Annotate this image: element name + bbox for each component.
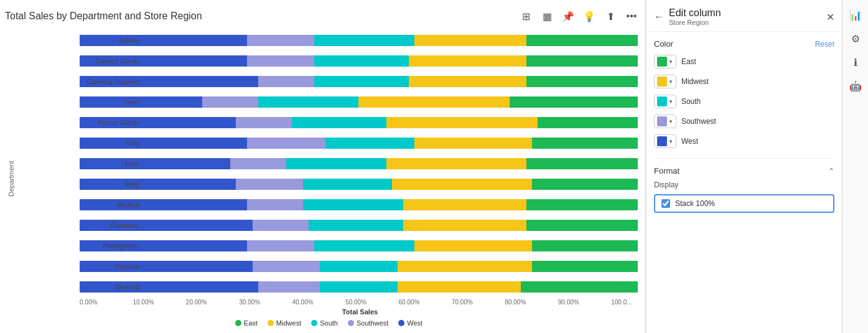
toolbar: ⊞ ▦ 📌 💡 ⬆ ••• [517, 7, 640, 25]
bar-label: Bakery [20, 37, 139, 44]
bar-container [80, 55, 638, 67]
chart-area: Department BakeryCanned GoodsCleaning Su… [5, 30, 640, 328]
chart-content: BakeryCanned GoodsCleaning SuppliesDairy… [17, 30, 640, 328]
robot-icon[interactable]: 🤖 [846, 76, 866, 96]
x-tick: 30.00% [239, 299, 292, 306]
south-segment [314, 35, 414, 46]
reset-button[interactable]: Reset [815, 40, 834, 49]
bar-row: Meat [80, 177, 638, 191]
info-icon[interactable]: ℹ [846, 52, 866, 72]
color-swatch [657, 136, 667, 146]
bar-label: Dairy [20, 98, 139, 106]
side-toolbar: 📊 ⚙ ℹ 🤖 [842, 0, 868, 333]
south-segment [303, 199, 403, 210]
southwest-segment [236, 179, 303, 190]
color-item-label: Midwest [681, 77, 709, 86]
bar-row: Frozen Goods [80, 116, 638, 129]
panel-body: Color Reset ▼East▼Midwest▼South▼Southwes… [646, 32, 842, 333]
close-button[interactable]: ✕ [826, 11, 834, 23]
panel-title-group: Edit column Store Region [669, 7, 821, 26]
chevron-down-icon: ▼ [668, 59, 673, 65]
color-section-header: Color Reset [654, 39, 834, 49]
color-item-label: Southwest [681, 117, 716, 126]
south-segment [325, 138, 415, 149]
x-axis-title: Total Sales [17, 306, 640, 317]
color-swatch-button[interactable]: ▼ [654, 95, 676, 108]
stack100-checkbox[interactable] [661, 199, 670, 208]
color-swatch [657, 77, 667, 87]
color-swatch-button[interactable]: ▼ [654, 75, 676, 88]
export-icon[interactable]: ⬆ [602, 7, 619, 25]
legend-label: Southwest [357, 319, 388, 327]
legend-dot [398, 320, 404, 326]
midwest-segment [386, 158, 526, 169]
color-item-label: South [681, 97, 701, 106]
x-tick: 100.0... [611, 299, 638, 306]
color-row: ▼South [654, 95, 834, 108]
legend: EastMidwestSouthSouthwestWest [17, 317, 640, 328]
bar-label: Medical [20, 201, 139, 209]
south-segment [292, 117, 386, 128]
chevron-up-icon: ⌃ [828, 167, 834, 176]
color-row: ▼Midwest [654, 75, 834, 88]
legend-item: South [311, 319, 338, 327]
south-segment [309, 220, 403, 231]
southwest-segment [247, 199, 303, 210]
midwest-segment [386, 117, 537, 128]
back-button[interactable]: ← [654, 11, 664, 22]
bar-label: Meat [20, 181, 139, 188]
bar-container [80, 281, 638, 293]
bar-row: Bakery [80, 34, 638, 47]
right-panel: ← Edit column Store Region ✕ Color Reset… [646, 0, 842, 333]
legend-item: West [398, 319, 422, 327]
settings-icon[interactable]: ⚙ [846, 29, 866, 49]
color-item-label: East [681, 57, 696, 66]
color-swatch-button[interactable]: ▼ [654, 115, 676, 128]
bar-container [80, 76, 638, 87]
legend-item: Southwest [348, 319, 388, 327]
x-tick: 0.00% [80, 299, 133, 306]
east-segment [526, 55, 638, 67]
legend-label: West [407, 319, 422, 327]
south-segment [320, 281, 398, 293]
lightbulb-icon[interactable]: 💡 [581, 7, 598, 25]
color-row: ▼Southwest [654, 115, 834, 128]
color-rows: ▼East▼Midwest▼South▼Southwest▼West [654, 55, 834, 148]
south-segment [286, 158, 386, 169]
format-header[interactable]: Format ⌃ [654, 166, 834, 176]
southwest-segment [258, 76, 314, 87]
panel-title: Edit column [669, 7, 821, 19]
bar-chart-icon[interactable]: 📊 [846, 5, 866, 25]
east-segment [510, 96, 638, 108]
x-axis: 0.00%10.00%20.00%30.00%40.00%50.00%60.00… [17, 299, 640, 306]
east-segment [526, 199, 638, 210]
bar-row: Produce [80, 260, 638, 273]
legend-dot [268, 320, 274, 326]
chevron-down-icon: ▼ [668, 99, 673, 105]
color-swatch-button[interactable]: ▼ [654, 134, 676, 148]
southwest-segment [247, 35, 314, 46]
east-segment [526, 35, 638, 46]
stack100-checkbox-row[interactable]: Stack 100% [654, 194, 834, 213]
southwest-segment [253, 261, 320, 272]
bar-container [80, 220, 638, 231]
east-segment [532, 240, 638, 251]
bar-label: Gifts [20, 139, 139, 147]
x-tick: 60.00% [399, 299, 452, 306]
southwest-segment [247, 55, 314, 67]
bar-container [80, 96, 638, 108]
grid-icon[interactable]: ⊞ [517, 7, 534, 25]
color-section-title: Color [654, 39, 673, 49]
color-swatch-button[interactable]: ▼ [654, 55, 676, 68]
south-segment [258, 96, 358, 108]
legend-dot [235, 320, 241, 326]
column-icon[interactable]: ▦ [538, 7, 556, 25]
panel-subtitle: Store Region [669, 19, 821, 26]
chevron-down-icon: ▼ [668, 139, 673, 144]
south-segment [314, 240, 414, 251]
x-tick: 50.00% [345, 299, 398, 306]
east-segment [532, 261, 638, 272]
pin-icon[interactable]: 📌 [559, 7, 577, 25]
bar-container [80, 240, 638, 251]
more-icon[interactable]: ••• [623, 7, 640, 25]
